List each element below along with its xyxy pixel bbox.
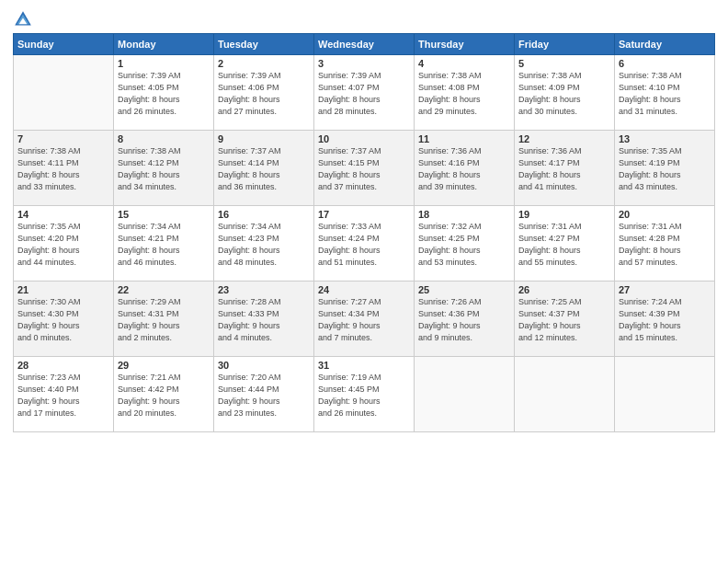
calendar-cell: [615, 357, 715, 432]
day-number: 24: [318, 284, 410, 295]
calendar-cell: 13Sunrise: 7:35 AM Sunset: 4:19 PM Dayli…: [615, 131, 715, 206]
day-number: 7: [17, 133, 109, 144]
calendar-cell: 22Sunrise: 7:29 AM Sunset: 4:31 PM Dayli…: [114, 282, 214, 357]
day-info: Sunrise: 7:26 AM Sunset: 4:36 PM Dayligh…: [418, 296, 510, 344]
day-info: Sunrise: 7:38 AM Sunset: 4:08 PM Dayligh…: [418, 70, 510, 118]
day-number: 17: [318, 209, 410, 220]
day-number: 5: [518, 58, 610, 69]
day-info: Sunrise: 7:29 AM Sunset: 4:31 PM Dayligh…: [118, 296, 210, 344]
day-number: 28: [17, 360, 109, 371]
day-info: Sunrise: 7:21 AM Sunset: 4:42 PM Dayligh…: [118, 372, 210, 419]
calendar-cell: 5Sunrise: 7:38 AM Sunset: 4:09 PM Daylig…: [515, 55, 615, 131]
calendar-cell: 15Sunrise: 7:34 AM Sunset: 4:21 PM Dayli…: [114, 206, 214, 282]
day-info: Sunrise: 7:37 AM Sunset: 4:15 PM Dayligh…: [318, 145, 410, 193]
calendar-cell: 1Sunrise: 7:39 AM Sunset: 4:05 PM Daylig…: [114, 55, 214, 131]
day-number: 1: [118, 58, 210, 69]
calendar-cell: 27Sunrise: 7:24 AM Sunset: 4:39 PM Dayli…: [615, 282, 715, 357]
day-info: Sunrise: 7:39 AM Sunset: 4:06 PM Dayligh…: [218, 70, 310, 118]
page-container: SundayMondayTuesdayWednesdayThursdayFrid…: [0, 0, 728, 440]
day-number: 10: [318, 133, 410, 144]
day-info: Sunrise: 7:38 AM Sunset: 4:10 PM Dayligh…: [619, 70, 711, 118]
day-number: 23: [218, 284, 310, 295]
calendar-cell: 8Sunrise: 7:38 AM Sunset: 4:12 PM Daylig…: [114, 131, 214, 206]
calendar-cell: 18Sunrise: 7:32 AM Sunset: 4:25 PM Dayli…: [415, 206, 515, 282]
calendar-cell: 12Sunrise: 7:36 AM Sunset: 4:17 PM Dayli…: [515, 131, 615, 206]
weekday-header: Monday: [114, 34, 214, 55]
day-info: Sunrise: 7:25 AM Sunset: 4:37 PM Dayligh…: [518, 296, 610, 344]
page-header: [13, 9, 715, 29]
calendar-cell: 10Sunrise: 7:37 AM Sunset: 4:15 PM Dayli…: [314, 131, 415, 206]
day-info: Sunrise: 7:33 AM Sunset: 4:24 PM Dayligh…: [318, 221, 410, 269]
day-number: 4: [418, 58, 510, 69]
calendar-cell: 29Sunrise: 7:21 AM Sunset: 4:42 PM Dayli…: [114, 357, 214, 432]
weekday-header: Tuesday: [214, 34, 314, 55]
calendar-cell: 11Sunrise: 7:36 AM Sunset: 4:16 PM Dayli…: [415, 131, 515, 206]
logo-icon: [13, 9, 33, 29]
day-info: Sunrise: 7:36 AM Sunset: 4:16 PM Dayligh…: [418, 145, 510, 193]
day-number: 18: [418, 209, 510, 220]
calendar-week-row: 1Sunrise: 7:39 AM Sunset: 4:05 PM Daylig…: [14, 55, 715, 131]
day-number: 16: [218, 209, 310, 220]
calendar-week-row: 28Sunrise: 7:23 AM Sunset: 4:40 PM Dayli…: [14, 357, 715, 432]
day-number: 14: [17, 209, 109, 220]
calendar-cell: 3Sunrise: 7:39 AM Sunset: 4:07 PM Daylig…: [314, 55, 415, 131]
calendar-cell: 24Sunrise: 7:27 AM Sunset: 4:34 PM Dayli…: [314, 282, 415, 357]
day-number: 29: [118, 360, 210, 371]
calendar-cell: 26Sunrise: 7:25 AM Sunset: 4:37 PM Dayli…: [515, 282, 615, 357]
calendar-cell: 21Sunrise: 7:30 AM Sunset: 4:30 PM Dayli…: [14, 282, 114, 357]
day-info: Sunrise: 7:34 AM Sunset: 4:23 PM Dayligh…: [218, 221, 310, 269]
day-info: Sunrise: 7:28 AM Sunset: 4:33 PM Dayligh…: [218, 296, 310, 344]
day-number: 31: [318, 360, 410, 371]
calendar-cell: 6Sunrise: 7:38 AM Sunset: 4:10 PM Daylig…: [615, 55, 715, 131]
day-number: 9: [218, 133, 310, 144]
calendar-table: SundayMondayTuesdayWednesdayThursdayFrid…: [13, 33, 715, 432]
weekday-header: Thursday: [415, 34, 515, 55]
logo: [13, 9, 35, 29]
day-info: Sunrise: 7:23 AM Sunset: 4:40 PM Dayligh…: [17, 372, 109, 419]
calendar-week-row: 21Sunrise: 7:30 AM Sunset: 4:30 PM Dayli…: [14, 282, 715, 357]
day-number: 3: [318, 58, 410, 69]
day-info: Sunrise: 7:27 AM Sunset: 4:34 PM Dayligh…: [318, 296, 410, 344]
day-info: Sunrise: 7:20 AM Sunset: 4:44 PM Dayligh…: [218, 372, 310, 419]
calendar-cell: 23Sunrise: 7:28 AM Sunset: 4:33 PM Dayli…: [214, 282, 314, 357]
weekday-header: Saturday: [615, 34, 715, 55]
day-number: 6: [619, 58, 711, 69]
day-number: 22: [118, 284, 210, 295]
calendar-cell: 30Sunrise: 7:20 AM Sunset: 4:44 PM Dayli…: [214, 357, 314, 432]
day-number: 13: [619, 133, 711, 144]
day-info: Sunrise: 7:38 AM Sunset: 4:12 PM Dayligh…: [118, 145, 210, 193]
day-number: 15: [118, 209, 210, 220]
calendar-cell: 31Sunrise: 7:19 AM Sunset: 4:45 PM Dayli…: [314, 357, 415, 432]
day-info: Sunrise: 7:34 AM Sunset: 4:21 PM Dayligh…: [118, 221, 210, 269]
calendar-cell: 28Sunrise: 7:23 AM Sunset: 4:40 PM Dayli…: [14, 357, 114, 432]
day-info: Sunrise: 7:31 AM Sunset: 4:27 PM Dayligh…: [518, 221, 610, 269]
calendar-cell: 7Sunrise: 7:38 AM Sunset: 4:11 PM Daylig…: [14, 131, 114, 206]
day-info: Sunrise: 7:39 AM Sunset: 4:05 PM Dayligh…: [118, 70, 210, 118]
day-number: 21: [17, 284, 109, 295]
day-info: Sunrise: 7:31 AM Sunset: 4:28 PM Dayligh…: [619, 221, 711, 269]
calendar-cell: 20Sunrise: 7:31 AM Sunset: 4:28 PM Dayli…: [615, 206, 715, 282]
day-info: Sunrise: 7:38 AM Sunset: 4:09 PM Dayligh…: [518, 70, 610, 118]
calendar-cell: 19Sunrise: 7:31 AM Sunset: 4:27 PM Dayli…: [515, 206, 615, 282]
calendar-cell: 14Sunrise: 7:35 AM Sunset: 4:20 PM Dayli…: [14, 206, 114, 282]
day-number: 26: [518, 284, 610, 295]
weekday-header: Wednesday: [314, 34, 415, 55]
day-number: 19: [518, 209, 610, 220]
calendar-cell: 25Sunrise: 7:26 AM Sunset: 4:36 PM Dayli…: [415, 282, 515, 357]
weekday-header: Sunday: [14, 34, 114, 55]
day-info: Sunrise: 7:32 AM Sunset: 4:25 PM Dayligh…: [418, 221, 510, 269]
day-number: 30: [218, 360, 310, 371]
calendar-cell: [14, 55, 114, 131]
calendar-week-row: 14Sunrise: 7:35 AM Sunset: 4:20 PM Dayli…: [14, 206, 715, 282]
day-info: Sunrise: 7:36 AM Sunset: 4:17 PM Dayligh…: [518, 145, 610, 193]
calendar-cell: 2Sunrise: 7:39 AM Sunset: 4:06 PM Daylig…: [214, 55, 314, 131]
day-number: 20: [619, 209, 711, 220]
day-number: 8: [118, 133, 210, 144]
calendar-cell: [515, 357, 615, 432]
day-number: 27: [619, 284, 711, 295]
calendar-cell: 16Sunrise: 7:34 AM Sunset: 4:23 PM Dayli…: [214, 206, 314, 282]
weekday-header-row: SundayMondayTuesdayWednesdayThursdayFrid…: [14, 34, 715, 55]
weekday-header: Friday: [515, 34, 615, 55]
day-info: Sunrise: 7:38 AM Sunset: 4:11 PM Dayligh…: [17, 145, 109, 193]
calendar-cell: 17Sunrise: 7:33 AM Sunset: 4:24 PM Dayli…: [314, 206, 415, 282]
